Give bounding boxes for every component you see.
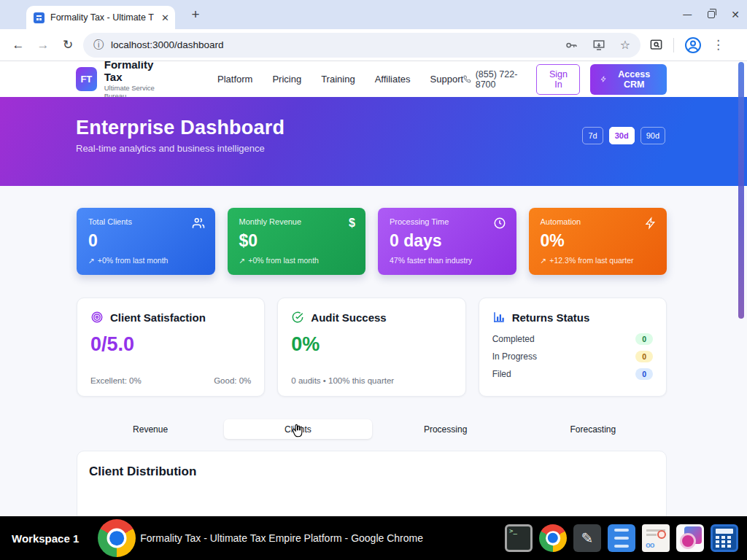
forward-icon[interactable]: → bbox=[31, 38, 55, 52]
calculator-icon[interactable] bbox=[711, 524, 738, 552]
bar-chart-icon bbox=[492, 311, 506, 324]
tab-close-icon[interactable]: ✕ bbox=[161, 12, 169, 23]
taskbar-window-title[interactable]: Formality Tax - Ultimate Tax Empire Plat… bbox=[140, 532, 423, 544]
web-page: FT Formality Tax Ultimate Service Bureau… bbox=[0, 61, 747, 516]
mouse-cursor-hand bbox=[290, 423, 304, 438]
terminal-icon[interactable] bbox=[505, 524, 533, 552]
clock-icon bbox=[493, 217, 506, 230]
status-badge: 0 bbox=[635, 368, 653, 380]
taskbar: Workspace 1 Formality Tax - Ultimate Tax… bbox=[0, 516, 747, 560]
tab-title: Formality Tax - Ultimate T bbox=[50, 12, 160, 23]
new-tab-button[interactable]: + bbox=[187, 7, 204, 24]
stat-card-automation: Automation 0% ↗ +12.3% from last quarter bbox=[529, 208, 667, 275]
stat-card-total-clients: Total Clients 0 ↗ +0% from last month bbox=[77, 208, 215, 275]
excellent-note: Excellent: 0% bbox=[90, 376, 142, 385]
stat-footnote: +12.3% from last quarter bbox=[549, 256, 633, 265]
stat-title: Automation bbox=[541, 217, 656, 226]
client-distribution-card: Client Distribution bbox=[77, 451, 667, 516]
site-info-icon[interactable]: ⓘ bbox=[93, 39, 104, 52]
trend-up-icon: ↗ bbox=[541, 256, 547, 265]
audit-value: 0% bbox=[291, 333, 452, 356]
browser-toolbar: ← → ↻ ⓘ localhost:3000/dashboard ☆ bbox=[0, 29, 747, 61]
range-90d-button[interactable]: 90d bbox=[640, 127, 665, 144]
tab-forecasting[interactable]: Forecasting bbox=[519, 419, 667, 439]
users-icon bbox=[192, 217, 205, 230]
calculator-favicon bbox=[34, 12, 44, 23]
text-editor-icon[interactable]: ✎ bbox=[573, 524, 601, 552]
range-7d-button[interactable]: 7d bbox=[582, 127, 603, 144]
chrome-window-icon[interactable] bbox=[98, 519, 136, 557]
chart-tabs: Revenue Clients Processing Forecasting bbox=[77, 419, 667, 439]
stat-value: $0 bbox=[239, 231, 355, 251]
trend-up-icon: ↗ bbox=[88, 256, 95, 265]
good-note: Good: 0% bbox=[214, 376, 251, 385]
tab-processing[interactable]: Processing bbox=[372, 419, 519, 439]
returns-status-card: Returns Status Completed 0 In Progress 0… bbox=[479, 298, 667, 397]
address-bar[interactable]: ⓘ localhost:3000/dashboard ☆ bbox=[83, 33, 640, 58]
access-crm-button[interactable]: Access CRM bbox=[590, 64, 667, 95]
hero-banner: Enterprise Dashboard Real-time analytics… bbox=[0, 97, 747, 186]
phone-number[interactable]: (855) 722-8700 bbox=[463, 69, 526, 90]
phone-icon bbox=[463, 74, 471, 84]
metric-title: Returns Status bbox=[512, 311, 590, 324]
main-nav: Platform Pricing Training Affiliates Sup… bbox=[217, 74, 463, 85]
trend-up-icon: ↗ bbox=[239, 256, 246, 265]
sign-in-button[interactable]: Sign In bbox=[536, 64, 580, 95]
page-scrollbar-thumb[interactable] bbox=[738, 62, 744, 319]
status-badge: 0 bbox=[635, 333, 653, 345]
stat-footnote: +0% from last month bbox=[248, 256, 319, 265]
satisfaction-value: 0/5.0 bbox=[90, 333, 251, 356]
stat-value: 0 days bbox=[390, 231, 505, 251]
page-title: Enterprise Dashboard bbox=[76, 117, 285, 139]
bolt-icon bbox=[600, 74, 607, 84]
metric-cards-row: Client Satisfaction 0/5.0 Excellent: 0% … bbox=[77, 298, 667, 397]
nav-pricing[interactable]: Pricing bbox=[272, 74, 301, 85]
brand-logo[interactable]: FT bbox=[76, 67, 97, 91]
stat-value: 0 bbox=[88, 231, 204, 251]
site-header: FT Formality Tax Ultimate Service Bureau… bbox=[0, 61, 747, 97]
nav-training[interactable]: Training bbox=[321, 74, 355, 85]
stat-card-processing-time: Processing Time 0 days 47% faster than i… bbox=[378, 208, 516, 275]
nav-affiliates[interactable]: Affiliates bbox=[375, 74, 411, 85]
bookmark-star-icon[interactable]: ☆ bbox=[620, 39, 630, 51]
section-title: Client Distribution bbox=[89, 464, 654, 479]
url-text[interactable]: localhost:3000/dashboard bbox=[111, 39, 565, 50]
system-tray: ✎ oo bbox=[505, 524, 738, 552]
metric-title: Audit Success bbox=[311, 311, 386, 324]
check-circle-icon bbox=[291, 311, 304, 324]
tab-revenue[interactable]: Revenue bbox=[77, 419, 224, 439]
window-restore-icon[interactable] bbox=[708, 11, 715, 18]
window-close-icon[interactable]: ✕ bbox=[731, 7, 740, 22]
page-search-icon[interactable] bbox=[649, 38, 663, 52]
document-viewer-icon[interactable]: oo bbox=[642, 524, 670, 552]
stat-card-monthly-revenue: Monthly Revenue $ $0 ↗ +0% from last mon… bbox=[228, 208, 366, 275]
image-viewer-icon[interactable] bbox=[676, 524, 704, 552]
browser-menu-icon[interactable]: ⋮ bbox=[712, 37, 724, 52]
install-app-icon[interactable] bbox=[592, 39, 605, 52]
profile-avatar[interactable] bbox=[684, 36, 702, 54]
back-icon[interactable]: ← bbox=[6, 38, 31, 52]
password-key-icon[interactable] bbox=[565, 39, 578, 52]
stat-footnote: 47% faster than industry bbox=[390, 256, 472, 265]
workspace-label[interactable]: Workspace 1 bbox=[12, 532, 79, 545]
desktop-screen: Formality Tax - Ultimate T ✕ + — ✕ ← → ↻… bbox=[0, 0, 747, 560]
stat-title: Total Clients bbox=[88, 217, 204, 226]
client-satisfaction-card: Client Satisfaction 0/5.0 Excellent: 0% … bbox=[77, 298, 265, 397]
browser-tabstrip: Formality Tax - Ultimate T ✕ + — ✕ bbox=[0, 0, 747, 29]
window-minimize-icon[interactable]: — bbox=[683, 7, 692, 22]
stat-value: 0% bbox=[541, 231, 656, 251]
range-30d-button[interactable]: 30d bbox=[609, 127, 635, 144]
returns-row-filed: Filed 0 bbox=[492, 368, 653, 380]
stat-title: Monthly Revenue bbox=[239, 217, 355, 226]
nav-platform[interactable]: Platform bbox=[217, 74, 252, 85]
audit-success-card: Audit Success 0% 0 audits • 100% this qu… bbox=[277, 298, 465, 397]
metric-title: Client Satisfaction bbox=[110, 311, 206, 324]
browser-tab-active[interactable]: Formality Tax - Ultimate T ✕ bbox=[26, 6, 175, 29]
reload-icon[interactable]: ↻ bbox=[55, 37, 80, 52]
returns-row-completed: Completed 0 bbox=[492, 333, 653, 345]
stat-title: Processing Time bbox=[390, 217, 505, 226]
chrome-icon[interactable] bbox=[539, 524, 567, 552]
file-cabinet-icon[interactable] bbox=[608, 524, 635, 552]
page-subtitle: Real-time analytics and business intelli… bbox=[76, 143, 265, 154]
nav-support[interactable]: Support bbox=[430, 74, 464, 85]
